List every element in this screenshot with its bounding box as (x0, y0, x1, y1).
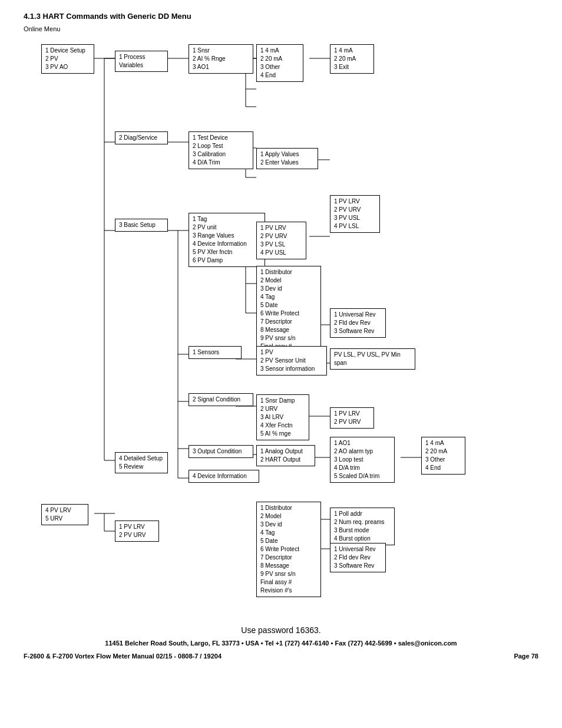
box-col5-pvlrv3: 1 PV LRV 2 PV URV (330, 407, 374, 429)
box-col4-4ma1: 1 4 mA 2 20 mA 3 Other 4 End (256, 44, 303, 82)
box-col3-test: 1 Test Device 2 Loop Test 3 Calibration … (189, 131, 253, 169)
box-col2-process: 1 Process Variables (115, 51, 168, 72)
box-col5-poll: 1 Poll addr 2 Num req. preams 3 Burst mo… (330, 508, 395, 545)
box-col2-basic: 3 Basic Setup (115, 219, 168, 232)
box-col6-4ma3: 1 4 mA 2 20 mA 3 Other 4 End (421, 437, 465, 475)
box-col2-detailed: 4 Detailed Setup 5 Review (115, 452, 168, 473)
box-col3-device: 4 Device Information (189, 470, 259, 483)
box-col4-analog: 1 Analog Output 2 HART Output (256, 445, 315, 466)
online-menu-label: Online Menu (24, 25, 538, 32)
box-col3-snsr: 1 Snsr 2 AI % Rnge 3 AO1 (189, 44, 253, 74)
footer-password: Use password 16363. (24, 625, 538, 635)
box-col5-ao1: 1 AO1 2 AO alarm typ 3 Loop test 4 D/A t… (330, 437, 395, 483)
box-col4-snsrdamp: 1 Snsr Damp 2 URV 3 AI LRV 4 Xfer Fnctn … (256, 394, 309, 440)
box-col4-devinfo2: 1 Distributor 2 Model 3 Dev id 4 Tag 5 D… (256, 502, 321, 597)
footer-contact: 11451 Belcher Road South, Largo, FL 3377… (24, 638, 538, 661)
box-col3-sensors: 1 Sensors (189, 346, 242, 359)
diagram-container: 1 Device Setup 2 PV 3 PV AO 1 Process Va… (24, 36, 542, 614)
box-col4-apply: 1 Apply Values 2 Enter Values (256, 148, 318, 169)
footer-page: Page 78 (514, 651, 538, 662)
box-col5-pvlsl: PV LSL, PV USL, PV Min span (330, 348, 415, 370)
page-title: 4.1.3 HART Commands with Generic DD Menu (24, 12, 538, 21)
box-col3-signal: 2 Signal Condition (189, 393, 253, 406)
box-col2-diag: 2 Diag/Service (115, 131, 168, 144)
box-col1-main: 1 Device Setup 2 PV 3 PV AO (41, 44, 94, 74)
box-col5-univrev2: 1 Universal Rev 2 Fld dev Rev 3 Software… (330, 543, 386, 572)
box-col3-tag: 1 Tag 2 PV unit 3 Range Values 4 Device … (189, 213, 265, 267)
box-col5-4ma2: 1 4 mA 2 20 mA 3 Exit (330, 44, 374, 74)
box-col5-univrev1: 1 Universal Rev 2 Fld dev Rev 3 Software… (330, 308, 386, 338)
box-col4-pvlrv1: 1 PV LRV 2 PV URV 3 PV LSL 4 PV USL (256, 222, 306, 259)
box-col4-pvsensor: 1 PV 2 PV Sensor Unit 3 Sensor informati… (256, 346, 327, 375)
box-col2-pvlrv: 1 PV LRV 2 PV URV (115, 521, 159, 542)
footer-manual: F-2600 & F-2700 Vortex Flow Meter Manual… (24, 651, 222, 662)
box-col1-pvlrv: 4 PV LRV 5 URV (41, 504, 88, 525)
box-col3-output: 3 Output Condition (189, 445, 253, 458)
box-col5-pvlrv2: 1 PV LRV 2 PV URV 3 PV USL 4 PV LSL (330, 195, 380, 233)
